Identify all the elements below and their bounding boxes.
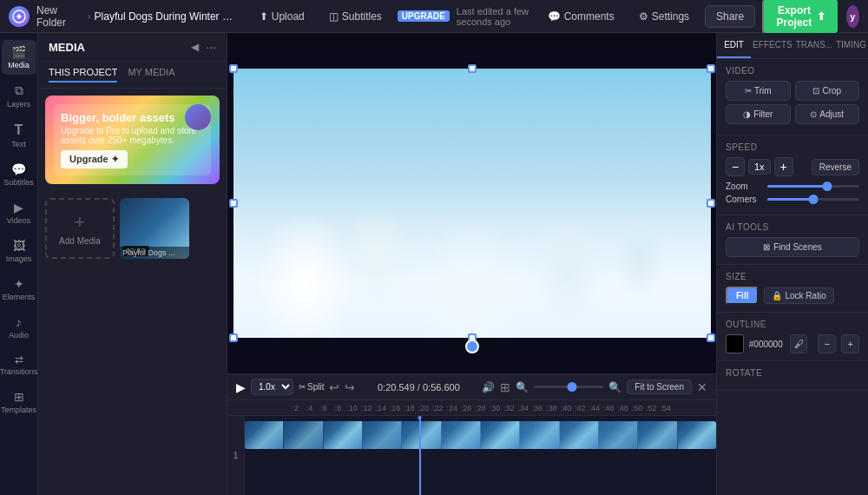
settings-button[interactable]: ⚙ Settings: [630, 7, 698, 26]
adjust-button[interactable]: ⊙ Adjust: [795, 104, 860, 124]
upgrade-cta-button[interactable]: Upgrade ✦: [61, 150, 128, 168]
zoom-slider-handle[interactable]: [822, 182, 832, 191]
outline-increase-button[interactable]: +: [841, 334, 859, 353]
sidebar-item-subtitles[interactable]: 💬 Subtitles: [2, 157, 36, 192]
filter-button[interactable]: ◑ Filter: [726, 104, 791, 124]
speed-decrease-button[interactable]: −: [726, 157, 745, 176]
upload-button[interactable]: ⬆ Upload: [251, 7, 313, 26]
rotate-section-title: ROTATE: [726, 368, 859, 378]
play-button[interactable]: ▶: [236, 380, 246, 394]
zoom-slider[interactable]: [767, 185, 859, 188]
lock-ratio-button[interactable]: 🔒 Lock Ratio: [764, 287, 833, 304]
subtitles-button[interactable]: ◫ Subtitles: [320, 7, 391, 26]
close-timeline-button[interactable]: ✕: [697, 380, 707, 394]
resize-handle-tl[interactable]: [229, 64, 238, 73]
media-more-button[interactable]: ···: [206, 40, 216, 54]
sidebar-item-audio[interactable]: ♪ Audio: [2, 310, 36, 345]
zoom-in-icon[interactable]: 🔍: [608, 381, 621, 393]
resize-handle-ml[interactable]: [229, 199, 238, 208]
folder-link[interactable]: New Folder: [36, 4, 84, 29]
timeline-area: ▶ 1.0x 0.5x 2.0x ✂ Split ↩ ↪ 0:20.549 / …: [227, 373, 716, 495]
timeline-ruler: :2 :4 :6 :8 :10 :12 :14 :16 :18 :20 :22 …: [227, 400, 716, 416]
trim-button[interactable]: ✂ Trim: [726, 81, 791, 101]
sidebar-label-images: Images: [6, 254, 32, 263]
zoom-slider-track: [534, 386, 603, 388]
speed-control-row: − 1x + Reverse: [726, 157, 859, 176]
ruler-mark: :36: [530, 404, 544, 412]
ruler-mark: :12: [359, 404, 373, 412]
split-button[interactable]: ✂ Split: [299, 382, 324, 392]
fit-to-screen-button[interactable]: Fit to Screen: [627, 380, 692, 394]
tab-transitions[interactable]: TRANS...: [794, 33, 834, 58]
sidebar-item-transitions[interactable]: ⇄ Transitions: [2, 348, 36, 381]
reverse-button[interactable]: Reverse: [812, 159, 859, 175]
ruler-mark: :48: [615, 404, 629, 412]
sidebar-item-images[interactable]: 🖼 Images: [2, 234, 36, 268]
sidebar-item-elements[interactable]: ✦ Elements: [2, 272, 36, 307]
tab-timing[interactable]: TIMING: [834, 33, 868, 58]
main-content: 🎬 Media ⧉ Layers T Text 💬 Subtitles ▶ Vi…: [0, 33, 868, 495]
sidebar-item-videos[interactable]: ▶ Videos: [2, 195, 36, 230]
zoom-slider-thumb[interactable]: [568, 382, 577, 392]
track-content[interactable]: [245, 416, 716, 495]
ruler-mark: :42: [573, 404, 587, 412]
corners-slider[interactable]: [767, 198, 859, 201]
media-panel-title: MEDIA: [49, 41, 85, 54]
tab-edit[interactable]: EDIT: [717, 33, 751, 58]
video-canvas[interactable]: [227, 33, 716, 373]
export-button[interactable]: Export Project ⬆: [762, 0, 839, 35]
sidebar-item-templates[interactable]: ⊞ Templates: [2, 385, 36, 419]
ruler-mark: :44: [588, 404, 602, 412]
sidebar-item-layers[interactable]: ⧉ Layers: [2, 78, 36, 114]
clip-waveform: [245, 421, 716, 449]
resize-handle-mr[interactable]: [707, 199, 715, 208]
sidebar-label-text: Text: [11, 140, 26, 148]
right-panel: EDIT EFFECTS TRANS... TIMING VIDEO ✂ Tri…: [716, 33, 868, 495]
find-scenes-button[interactable]: ⊠ Find Scenes: [726, 237, 859, 257]
audio-settings-icon[interactable]: ⊞: [500, 380, 510, 394]
crop-button[interactable]: ⊡ Crop: [795, 81, 860, 101]
topbar: New Folder › Playful Dogs During Winter …: [0, 0, 868, 33]
media-collapse-button[interactable]: ◀: [191, 41, 199, 53]
zoom-out-icon[interactable]: 🔍: [516, 381, 529, 393]
add-media-button[interactable]: + Add Media: [45, 198, 115, 259]
sidebar-item-text[interactable]: T Text: [2, 117, 36, 154]
resize-handle-tr[interactable]: [707, 64, 715, 73]
user-avatar[interactable]: y: [846, 5, 859, 28]
speed-increase-button[interactable]: +: [774, 157, 793, 176]
volume-icon[interactable]: 🔊: [482, 381, 495, 393]
ruler-mark: :46: [602, 404, 615, 412]
resize-handle-br[interactable]: [707, 333, 715, 342]
ruler-mark: :16: [388, 404, 402, 412]
tab-my-media[interactable]: MY MEDIA: [128, 67, 174, 82]
resize-handle-bl[interactable]: [229, 333, 238, 342]
timeline-clip[interactable]: [245, 421, 716, 449]
resize-handle-tm[interactable]: [468, 64, 477, 73]
tab-this-project[interactable]: THIS PROJECT: [49, 67, 117, 82]
upgrade-avatar: [185, 104, 211, 130]
outline-decrease-button[interactable]: −: [818, 334, 836, 353]
ruler-mark: :8: [331, 404, 345, 412]
upgrade-badge[interactable]: UPGRADE: [398, 10, 450, 22]
outline-color-swatch[interactable]: [726, 334, 744, 353]
share-button[interactable]: Share: [705, 5, 755, 28]
redo-button[interactable]: ↪: [345, 380, 355, 394]
zoom-slider-row: Zoom: [726, 182, 859, 191]
comments-button[interactable]: 💬 Comments: [539, 7, 623, 26]
fill-button[interactable]: Fill: [726, 287, 759, 305]
app-logo: [9, 6, 30, 27]
ruler-marks: :2 :4 :6 :8 :10 :12 :14 :16 :18 :20 :22 …: [288, 404, 673, 412]
sidebar-label-media: Media: [8, 61, 30, 69]
corners-slider-handle[interactable]: [809, 195, 819, 204]
split-icon: ✂: [299, 382, 306, 392]
speed-select[interactable]: 1.0x 0.5x 2.0x: [251, 379, 293, 395]
tab-effects[interactable]: EFFECTS: [751, 33, 794, 58]
eyedropper-button[interactable]: 🖋: [790, 334, 808, 353]
sidebar-item-media[interactable]: 🎬 Media: [2, 40, 36, 75]
playhead[interactable]: [419, 416, 421, 495]
size-section: SIZE Fill 🔒 Lock Ratio: [717, 265, 868, 313]
undo-button[interactable]: ↩: [329, 380, 339, 394]
media-thumbnail[interactable]: 00:56 Playful Dogs ...: [120, 198, 189, 259]
timeline-tracks: 1: [227, 416, 716, 495]
sidebar-label-elements: Elements: [3, 293, 36, 301]
